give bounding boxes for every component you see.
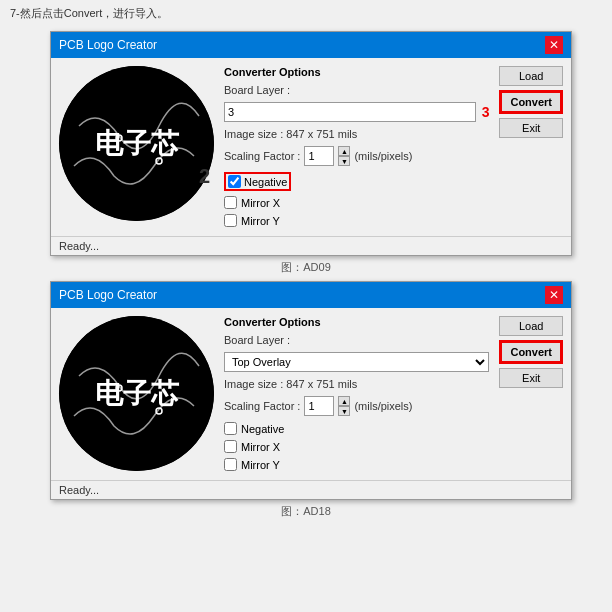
load-button-2[interactable]: Load	[499, 316, 563, 336]
board-layer-input-row: 3	[224, 102, 489, 122]
dialog2-status: Ready...	[51, 480, 571, 499]
scaling-factor-input[interactable]	[304, 146, 334, 166]
annotation-number-2: 2	[199, 165, 210, 188]
exit-button-2[interactable]: Exit	[499, 368, 563, 388]
exit-button-1[interactable]: Exit	[499, 118, 563, 138]
board-layer-input[interactable]	[224, 102, 476, 122]
scaling-unit-label-2: (mils/pixels)	[354, 400, 412, 412]
instruction-text: 7-然后点击Convert，进行导入。	[0, 0, 612, 27]
dialog2-logo-preview: 电子芯	[59, 316, 214, 471]
mirror-x-row: Mirror X	[224, 196, 489, 209]
scaling-factor-label: Scaling Factor :	[224, 150, 300, 162]
mirror-x-row-2: Mirror X	[224, 440, 489, 453]
spinner-down-2[interactable]: ▼	[338, 406, 350, 416]
dialog2-close-button[interactable]: ✕	[545, 286, 563, 304]
dialog1-options: Converter Options Board Layer : 3 Image …	[224, 66, 489, 228]
dialog2-buttons: Load Convert Exit	[499, 316, 563, 472]
converter-options-label: Converter Options	[224, 66, 489, 78]
load-button-1[interactable]: Load	[499, 66, 563, 86]
scaling-factor-row-2: Scaling Factor : ▲ ▼ (mils/pixels)	[224, 396, 489, 416]
converter-options-label-2: Converter Options	[224, 316, 489, 328]
board-layer-label: Board Layer :	[224, 84, 290, 96]
negative-label-2: Negative	[241, 423, 284, 435]
mirror-x-checkbox[interactable]	[224, 196, 237, 209]
board-layer-select-row: Top Overlay	[224, 352, 489, 372]
mirror-y-checkbox[interactable]	[224, 214, 237, 227]
mirror-y-row-2: Mirror Y	[224, 458, 489, 471]
scaling-spinner: ▲ ▼	[338, 146, 350, 166]
mirror-x-label-2: Mirror X	[241, 441, 280, 453]
dialog1-logo-area: 电子芯 2	[59, 66, 214, 228]
scaling-factor-input-2[interactable]	[304, 396, 334, 416]
dialog2-title: PCB Logo Creator	[59, 288, 157, 302]
dialog1: PCB Logo Creator ✕ 电子芯 2 Converter Optio…	[50, 31, 572, 256]
board-layer-select[interactable]: Top Overlay	[224, 352, 489, 372]
spinner-up[interactable]: ▲	[338, 146, 350, 156]
mirror-x-label: Mirror X	[241, 197, 280, 209]
mirror-x-checkbox-2[interactable]	[224, 440, 237, 453]
dialog2-logo-area: 电子芯	[59, 316, 214, 472]
scaling-unit-label: (mils/pixels)	[354, 150, 412, 162]
scaling-factor-row: Scaling Factor : ▲ ▼ (mils/pixels)	[224, 146, 489, 166]
dialog1-buttons: Load Convert Exit	[499, 66, 563, 228]
board-layer-row-2: Board Layer :	[224, 334, 489, 346]
negative-row: Negative	[224, 172, 489, 191]
negative-label: Negative	[244, 176, 287, 188]
dialog1-titlebar: PCB Logo Creator ✕	[51, 32, 571, 58]
board-layer-label-2: Board Layer :	[224, 334, 290, 346]
dialog2-options: Converter Options Board Layer : Top Over…	[224, 316, 489, 472]
image-size-text-2: Image size : 847 x 751 mils	[224, 378, 489, 390]
dialog1-logo-preview: 电子芯	[59, 66, 214, 221]
dialog2-titlebar: PCB Logo Creator ✕	[51, 282, 571, 308]
scaling-factor-label-2: Scaling Factor :	[224, 400, 300, 412]
negative-checkbox-2[interactable]	[224, 422, 237, 435]
dialog1-close-button[interactable]: ✕	[545, 36, 563, 54]
mirror-y-row: Mirror Y	[224, 214, 489, 227]
dialog1-title: PCB Logo Creator	[59, 38, 157, 52]
ad-label-1: 图：AD09	[0, 256, 612, 279]
mirror-y-checkbox-2[interactable]	[224, 458, 237, 471]
spinner-up-2[interactable]: ▲	[338, 396, 350, 406]
scaling-spinner-2: ▲ ▼	[338, 396, 350, 416]
logo-chinese-text-2: 电子芯	[95, 375, 179, 413]
dialog1-body: 电子芯 2 Converter Options Board Layer : 3 …	[51, 58, 571, 236]
dialog2: PCB Logo Creator ✕ 电子芯 Converter Options…	[50, 281, 572, 500]
board-layer-row: Board Layer :	[224, 84, 489, 96]
ad-label-2: 图：AD18	[0, 500, 612, 523]
mirror-y-label-2: Mirror Y	[241, 459, 280, 471]
dialog2-body: 电子芯 Converter Options Board Layer : Top …	[51, 308, 571, 480]
dialog1-status: Ready...	[51, 236, 571, 255]
convert-button-1[interactable]: Convert	[499, 90, 563, 114]
mirror-y-label: Mirror Y	[241, 215, 280, 227]
spinner-down[interactable]: ▼	[338, 156, 350, 166]
logo-chinese-text: 电子芯	[95, 125, 179, 163]
image-size-text: Image size : 847 x 751 mils	[224, 128, 489, 140]
annotation-number-3: 3	[482, 104, 490, 120]
convert-button-2[interactable]: Convert	[499, 340, 563, 364]
negative-row-2: Negative	[224, 422, 489, 435]
negative-highlight: Negative	[224, 172, 291, 191]
negative-checkbox[interactable]	[228, 175, 241, 188]
